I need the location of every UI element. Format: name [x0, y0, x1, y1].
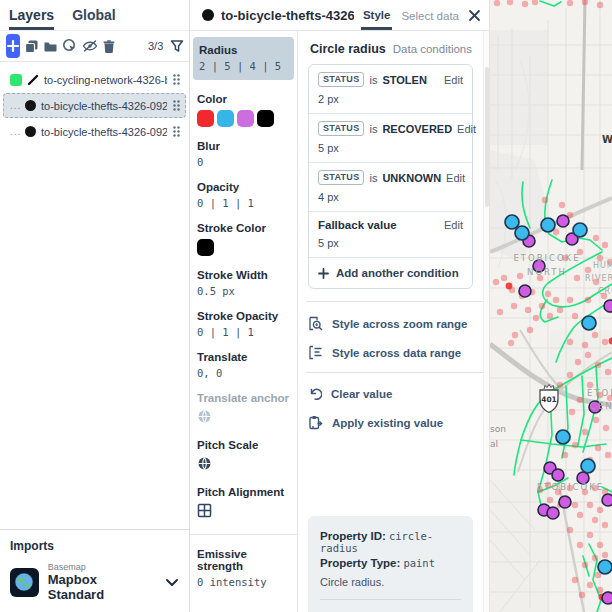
- map-point-red[interactable]: [547, 313, 553, 319]
- panel-scrollbar[interactable]: [483, 31, 489, 612]
- map-point-red[interactable]: [597, 587, 603, 593]
- map-point-blue[interactable]: [556, 430, 570, 444]
- color-swatch-purple[interactable]: [237, 110, 254, 127]
- map-point-red[interactable]: [582, 562, 588, 568]
- map-point-red[interactable]: [587, 582, 593, 588]
- condition-card-recovered[interactable]: STATUS is RECOVERED Edit 5 px: [309, 114, 472, 163]
- style-across-zoom-button[interactable]: Style across zoom range: [308, 316, 473, 331]
- map-point-red[interactable]: [605, 452, 611, 458]
- drag-handle-icon[interactable]: [172, 99, 181, 112]
- prop-pitch-alignment[interactable]: Pitch Alignment: [197, 486, 291, 520]
- prop-stroke-color[interactable]: Stroke Color: [197, 222, 291, 256]
- map-point-red[interactable]: [559, 202, 565, 208]
- map-point-red[interactable]: [532, 0, 538, 5]
- map-point-red[interactable]: [582, 0, 588, 5]
- map-svg[interactable]: ETOBICOKE NORTH HUM RIVER– CRE ETOBI CEN…: [490, 0, 612, 612]
- map-point-purple[interactable]: [602, 494, 612, 506]
- style-across-data-button[interactable]: Style across data range: [308, 345, 473, 360]
- map-point-red[interactable]: [572, 577, 578, 583]
- map-point-red[interactable]: [497, 309, 503, 315]
- map-point-red[interactable]: [577, 397, 583, 403]
- map-canvas[interactable]: ETOBICOKE NORTH HUM RIVER– CRE ETOBI CEN…: [490, 0, 612, 612]
- map-point-red[interactable]: [577, 542, 583, 548]
- map-point-red[interactable]: [501, 275, 507, 281]
- delete-layer-button[interactable]: [102, 34, 116, 58]
- map-point-red[interactable]: [603, 425, 609, 431]
- map-point-red[interactable]: [527, 327, 533, 333]
- map-point-red[interactable]: [545, 291, 551, 297]
- map-point-purple[interactable]: [559, 496, 571, 508]
- prop-color[interactable]: Color: [197, 93, 291, 127]
- map-point-blue[interactable]: [598, 560, 612, 574]
- condition-card-unknown[interactable]: STATUS is UNKNOWN Edit 4 px: [309, 163, 472, 212]
- color-swatch-black[interactable]: [257, 110, 274, 127]
- map-point-red[interactable]: [582, 342, 588, 348]
- map-point-red[interactable]: [602, 339, 608, 345]
- map-point-red[interactable]: [572, 313, 578, 319]
- layer-row-cycling-network[interactable]: to-cycling-network-4326-bz783m: [3, 67, 186, 92]
- map-point-red[interactable]: [597, 2, 603, 8]
- prop-pitch-scale[interactable]: Pitch Scale: [197, 439, 291, 473]
- map-point-red-solid[interactable]: [506, 283, 513, 290]
- scrollbar-thumb[interactable]: [485, 67, 489, 207]
- apply-existing-value-button[interactable]: Apply existing value: [308, 415, 473, 430]
- map-point-red[interactable]: [547, 497, 553, 503]
- map-point-blue[interactable]: [541, 218, 555, 232]
- condition-size[interactable]: 4 px: [318, 191, 463, 203]
- tab-layers[interactable]: Layers: [9, 7, 54, 30]
- map-point-red[interactable]: [592, 555, 598, 561]
- map-point-red[interactable]: [574, 275, 580, 281]
- map-point-red[interactable]: [593, 235, 599, 241]
- map-point-red[interactable]: [605, 369, 611, 375]
- map-point-red[interactable]: [567, 527, 573, 533]
- map-point-red[interactable]: [533, 315, 539, 321]
- add-condition-button[interactable]: Add another condition: [309, 258, 472, 288]
- map-point-red[interactable]: [553, 297, 559, 303]
- map-point-red[interactable]: [595, 362, 601, 368]
- map-point-red[interactable]: [512, 332, 518, 338]
- map-point-red[interactable]: [602, 522, 608, 528]
- map-point-red[interactable]: [567, 297, 573, 303]
- map-point-purple[interactable]: [519, 285, 531, 297]
- map-point-red[interactable]: [592, 517, 598, 523]
- condition-size[interactable]: 5 px: [318, 237, 463, 249]
- map-point-red[interactable]: [572, 442, 578, 448]
- map-point-red[interactable]: [579, 592, 585, 598]
- map-point-red[interactable]: [569, 409, 575, 415]
- map-point-purple[interactable]: [557, 215, 569, 227]
- map-point-purple[interactable]: [604, 300, 612, 312]
- chevron-down-icon[interactable]: [165, 578, 179, 587]
- map-point-red[interactable]: [597, 507, 603, 513]
- map-point-red[interactable]: [602, 242, 608, 248]
- map-point-red[interactable]: [517, 273, 523, 279]
- layer-row-bicycle-thefts[interactable]: ... to-bicycle-thefts-4326-092pxd: [3, 119, 186, 144]
- edit-button[interactable]: Edit: [444, 74, 463, 86]
- map-point-red[interactable]: [508, 340, 514, 346]
- condition-card-stolen[interactable]: STATUS is STOLEN Edit 2 px: [309, 65, 472, 114]
- map-point-red[interactable]: [507, 0, 513, 5]
- map-point-red[interactable]: [593, 417, 599, 423]
- map-point-red[interactable]: [511, 303, 517, 309]
- tab-select-data[interactable]: Select data: [399, 2, 461, 28]
- map-point-red[interactable]: [595, 445, 601, 451]
- group-layers-button[interactable]: [43, 34, 58, 58]
- map-point-red[interactable]: [494, 0, 500, 6]
- map-point-red[interactable]: [572, 502, 578, 508]
- prop-opacity[interactable]: Opacity 0 | 1 | 1: [197, 181, 291, 209]
- drag-handle-icon[interactable]: [172, 73, 181, 86]
- prop-emissive-strength[interactable]: Emissive strength 0 intensity: [197, 548, 291, 588]
- map-point-red[interactable]: [539, 303, 545, 309]
- map-point-purple[interactable]: [552, 469, 564, 481]
- toggle-visibility-button[interactable]: [82, 34, 98, 58]
- map-point-red[interactable]: [562, 452, 568, 458]
- map-point-blue[interactable]: [582, 316, 596, 330]
- map-point-red[interactable]: [585, 352, 591, 358]
- map-point-red[interactable]: [585, 297, 591, 303]
- add-layer-button[interactable]: [6, 34, 20, 58]
- basemap-row[interactable]: Basemap Mapbox Standard: [10, 562, 179, 602]
- prop-translate[interactable]: Translate 0, 0: [197, 351, 291, 379]
- map-point-red[interactable]: [557, 307, 563, 313]
- condition-size[interactable]: 5 px: [318, 142, 463, 154]
- close-icon[interactable]: [468, 9, 481, 22]
- edit-button[interactable]: Edit: [457, 123, 476, 135]
